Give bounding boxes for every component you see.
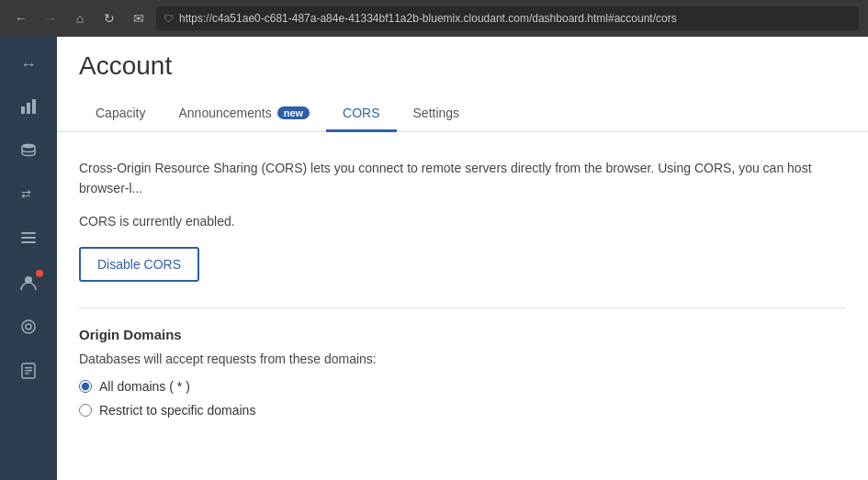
- svg-rect-1: [27, 103, 30, 114]
- sidebar-item-sync[interactable]: ↔: [8, 44, 49, 84]
- announcements-new-badge: new: [277, 106, 310, 119]
- svg-rect-0: [21, 106, 25, 114]
- replication-icon: ⇄: [19, 185, 38, 208]
- restrict-domains-label: Restrict to specific domains: [99, 403, 255, 418]
- sync-icon: ↔: [20, 55, 37, 74]
- all-domains-option[interactable]: All domains ( * ): [79, 379, 846, 394]
- svg-rect-6: [21, 237, 36, 239]
- domain-radio-group: All domains ( * ) Restrict to specific d…: [79, 379, 846, 418]
- url-text: https://c4a51ae0-c681-487a-a84e-41334bf1…: [179, 12, 851, 25]
- back-button[interactable]: ←: [9, 6, 33, 30]
- page-header: Account Capacity Announcements new CORS …: [57, 37, 868, 132]
- section-divider: [79, 307, 846, 308]
- svg-rect-2: [32, 99, 36, 114]
- account-user-icon: [18, 273, 39, 297]
- sidebar-item-support[interactable]: [8, 308, 49, 349]
- tab-announcements-label: Announcements: [178, 106, 271, 120]
- sidebar-item-replication[interactable]: ⇄: [8, 176, 49, 217]
- sidebar-item-documents[interactable]: [8, 220, 49, 261]
- restrict-domains-option[interactable]: Restrict to specific domains: [79, 403, 846, 418]
- reload-button[interactable]: ↻: [97, 6, 121, 30]
- tab-settings-label: Settings: [413, 106, 460, 120]
- home-button[interactable]: ⌂: [68, 6, 92, 30]
- tab-settings[interactable]: Settings: [397, 96, 477, 132]
- svg-point-9: [22, 320, 35, 333]
- svg-rect-12: [25, 367, 32, 369]
- documents-icon: [19, 229, 38, 252]
- sidebar-item-account[interactable]: [8, 264, 49, 305]
- docs-icon: [19, 362, 38, 385]
- sidebar: ↔ ⇄: [0, 37, 57, 480]
- main-content: Account Capacity Announcements new CORS …: [57, 37, 868, 480]
- database-icon: [19, 141, 38, 164]
- svg-rect-5: [21, 232, 36, 234]
- svg-point-10: [26, 324, 31, 329]
- disable-cors-button[interactable]: Disable CORS: [79, 247, 199, 282]
- cors-status: CORS is currently enabled.: [79, 214, 846, 229]
- origin-domains-desc: Databases will accept requests from thes…: [79, 352, 846, 366]
- tab-announcements[interactable]: Announcements new: [162, 96, 326, 132]
- mail-button[interactable]: ✉: [127, 6, 151, 30]
- tab-capacity[interactable]: Capacity: [79, 96, 162, 132]
- svg-rect-14: [25, 373, 29, 374]
- sidebar-item-docs[interactable]: [8, 352, 49, 393]
- sidebar-item-database[interactable]: [8, 132, 49, 173]
- all-domains-radio[interactable]: [79, 380, 92, 393]
- tab-cors-label: CORS: [343, 106, 379, 120]
- tab-bar: Capacity Announcements new CORS Settings: [79, 95, 846, 131]
- svg-text:⇄: ⇄: [21, 187, 31, 201]
- cors-description: Cross-Origin Resource Sharing (CORS) let…: [79, 158, 846, 199]
- svg-point-3: [22, 143, 35, 148]
- tab-capacity-label: Capacity: [96, 106, 145, 120]
- origin-domains-title: Origin Domains: [79, 327, 846, 342]
- all-domains-label: All domains ( * ): [99, 379, 190, 394]
- support-icon: [19, 318, 38, 340]
- svg-rect-13: [25, 370, 32, 372]
- security-icon: 🛡: [163, 13, 174, 24]
- content-area: Cross-Origin Resource Sharing (CORS) let…: [57, 132, 868, 480]
- forward-button[interactable]: →: [39, 6, 62, 30]
- chart-icon: [19, 97, 38, 120]
- address-bar[interactable]: 🛡 https://c4a51ae0-c681-487a-a84e-41334b…: [156, 6, 859, 30]
- svg-rect-7: [21, 241, 36, 243]
- browser-chrome: ← → ⌂ ↻ ✉ 🛡 https://c4a51ae0-c681-487a-a…: [0, 0, 868, 37]
- sidebar-item-chart[interactable]: [8, 88, 49, 128]
- tab-cors[interactable]: CORS: [326, 96, 396, 132]
- page-title: Account: [79, 51, 846, 81]
- account-badge: [36, 270, 43, 277]
- restrict-domains-radio[interactable]: [79, 404, 92, 417]
